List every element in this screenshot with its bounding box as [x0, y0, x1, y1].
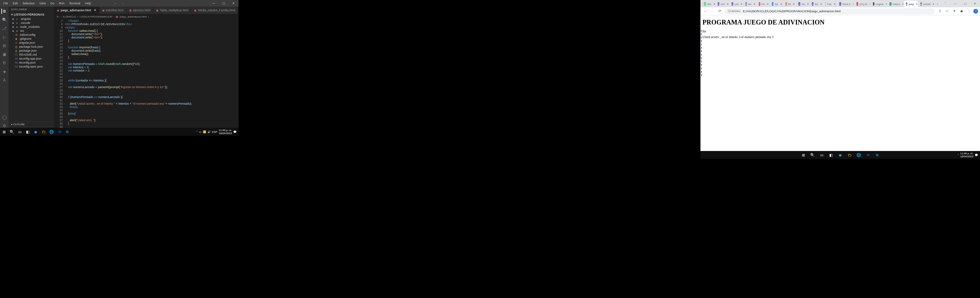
extensions-icon[interactable]: ⊞	[2, 43, 7, 48]
tree-item[interactable]: {}package-lock.json	[10, 45, 53, 49]
source-control-icon[interactable]: ⎇	[2, 26, 7, 31]
tree-item[interactable]: {}package.json	[10, 49, 53, 53]
tray-icon[interactable]: ▭	[199, 130, 202, 133]
outlook-icon-r[interactable]: ✉	[864, 151, 872, 159]
start-icon-r[interactable]: ⊞	[799, 151, 807, 159]
volume-icon[interactable]: 🔊	[207, 130, 211, 133]
wifi-icon[interactable]: 📶	[203, 130, 206, 133]
account-icon[interactable]: ◯	[2, 115, 7, 120]
minimize-icon[interactable]: —	[209, 0, 219, 6]
notif-icon-r[interactable]: 💬	[975, 154, 978, 157]
browser-tab[interactable]: GGuía C✕	[837, 1, 853, 7]
editor-tab[interactable]: ▣Tabla_Multiplicar.html	[153, 6, 191, 14]
clock-time-r[interactable]: 11:49 p. m.	[960, 152, 974, 155]
vscode-icon-r[interactable]: ⧉	[873, 151, 881, 159]
azure-icon[interactable]: A	[2, 77, 7, 83]
maximize-icon[interactable]: ▢	[219, 0, 229, 6]
vscode-taskbar-icon[interactable]: ⧉	[64, 128, 72, 136]
chevron-down-icon[interactable]: ˅	[940, 0, 950, 7]
explorer-icon-r[interactable]: 🗀	[846, 151, 853, 159]
chrome-icon-r[interactable]: 🌐	[855, 151, 863, 159]
tree-item[interactable]: ▸ ▸node_modules	[10, 25, 53, 29]
browser-tab[interactable]: hhtt✕	[783, 1, 796, 7]
star-icon[interactable]: ☆	[944, 9, 950, 14]
search-icon-r[interactable]: 🔍	[808, 151, 816, 159]
tree-item[interactable]: TStsconfig.spec.json	[10, 64, 53, 69]
browser-tab[interactable]: AAn✕	[743, 1, 756, 7]
close-tab-icon[interactable]: ✕	[807, 3, 809, 6]
menu-file[interactable]: File	[2, 1, 10, 6]
profile-avatar[interactable]: J	[974, 9, 978, 14]
explorer-icon[interactable]: 🗎	[1, 9, 6, 14]
breadcrumb[interactable]: E:›A ORACLE›LOGICA PROGRAMACION›▣juego_a…	[54, 14, 239, 19]
notifications-icon[interactable]: 💬	[233, 130, 237, 133]
explorer-taskbar-icon[interactable]: 🗀	[40, 128, 48, 136]
close-tab-icon[interactable]: ✕	[869, 3, 870, 6]
close-tab-icon[interactable]: ✕	[753, 3, 756, 6]
ext2-icon[interactable]: ◆	[959, 9, 964, 14]
search-taskbar-icon[interactable]: 🔍	[8, 128, 16, 136]
close-tab-icon[interactable]: ✕	[853, 3, 854, 6]
tree-item[interactable]: ⓘREADME.md	[10, 53, 53, 57]
start-icon[interactable]: ⊞	[0, 128, 8, 136]
tree-item[interactable]: ◆.gitignore	[10, 37, 53, 41]
new-tab-button[interactable]: +	[935, 1, 940, 7]
browser-tab[interactable]: UUni✕	[716, 1, 729, 7]
tree-item[interactable]: Aangular.json	[10, 41, 53, 45]
browser-tab[interactable]: CCasco✕	[888, 1, 904, 7]
min-icon[interactable]: —	[950, 0, 960, 7]
project-name[interactable]: ▾ LISTADO-PERSONAS	[9, 12, 54, 17]
clock-time[interactable]: 11:49 p. m.	[219, 129, 232, 132]
taskview-icon[interactable]: ▭	[16, 128, 24, 136]
extension-icon[interactable]: ✦	[951, 9, 957, 14]
close-tab-icon[interactable]: ✕	[932, 3, 934, 6]
browser-tab[interactable]: LLógica✕	[871, 1, 887, 7]
back-icon[interactable]: ←	[702, 9, 708, 14]
bookmark-icon[interactable]: B	[2, 60, 7, 66]
menu-run[interactable]: Run	[57, 1, 66, 6]
nav-fwd-icon[interactable]: →	[121, 2, 124, 5]
browser-tab[interactable]: D(10) Di✕	[854, 1, 870, 7]
close-tab-icon[interactable]: ✕	[713, 3, 715, 6]
close-tab-icon[interactable]: ✕	[767, 3, 769, 6]
tree-item[interactable]: ▸ ▸src	[10, 29, 53, 33]
menu-selection[interactable]: Selection	[21, 1, 36, 6]
lang-indicator[interactable]: ESP	[212, 130, 217, 133]
menu-dots-icon[interactable]: ⋮	[966, 9, 971, 14]
close-icon[interactable]: ✕	[970, 0, 980, 7]
address-bar[interactable]: ⓘ Archivo E:/A%20ORACLE/LOGICA%20PROGRAM…	[724, 8, 935, 14]
edge-icon-r[interactable]: ◉	[836, 151, 844, 159]
browser-tab[interactable]: UUni✕	[730, 1, 743, 7]
editor-tab[interactable]: ▣juego_adivinacion.html✕	[54, 6, 99, 14]
tree-item[interactable]: ⚙.editorconfig	[10, 33, 53, 37]
editor-tab[interactable]: ▣estrellas.html	[99, 6, 127, 14]
menu-edit[interactable]: Edit	[11, 1, 19, 6]
docker-icon[interactable]: ◈	[2, 69, 7, 74]
tree-item[interactable]: ▸ ▸.angular	[10, 17, 53, 21]
max-icon[interactable]: ▢	[960, 0, 970, 7]
editor-tab[interactable]: ▣Media_edades_Familia.html	[191, 6, 238, 14]
reload-icon[interactable]: ⟳	[717, 9, 722, 14]
menu-help[interactable]: Help	[84, 1, 92, 6]
chrome-taskbar-icon[interactable]: 🌐	[48, 128, 56, 136]
tray-chevron-r[interactable]: ˄	[958, 154, 959, 157]
browser-tab[interactable]: WWh✕	[702, 1, 715, 7]
close-icon[interactable]: ✕	[229, 0, 239, 6]
close-tab-icon[interactable]: ✕	[820, 3, 822, 6]
close-tab-icon[interactable]: ✕	[727, 3, 729, 6]
edge-icon[interactable]: ◉	[32, 128, 40, 136]
close-tab-icon[interactable]: ✕	[793, 3, 795, 6]
close-tab-icon[interactable]: ✕	[902, 3, 904, 6]
taskview-icon-r[interactable]: ▭	[818, 151, 826, 159]
editor-tab[interactable]: ▣ejercicio.html	[127, 6, 154, 14]
tree-item[interactable]: ▸ ▸.vscode	[10, 21, 53, 25]
share-icon[interactable]: ⇪	[937, 9, 942, 14]
outlook-icon[interactable]: ✉	[56, 128, 64, 136]
close-tab-icon[interactable]: ✕	[740, 3, 743, 6]
menu-terminal[interactable]: Terminal	[68, 1, 82, 6]
close-tab-icon[interactable]: ✕	[780, 3, 783, 6]
tray-chevron-icon[interactable]: ˄	[196, 130, 197, 133]
tree-item[interactable]: TStsconfig.json	[10, 61, 53, 64]
menu-go[interactable]: Go	[49, 1, 56, 6]
browser-tab[interactable]: ●jueg✕	[904, 1, 918, 7]
